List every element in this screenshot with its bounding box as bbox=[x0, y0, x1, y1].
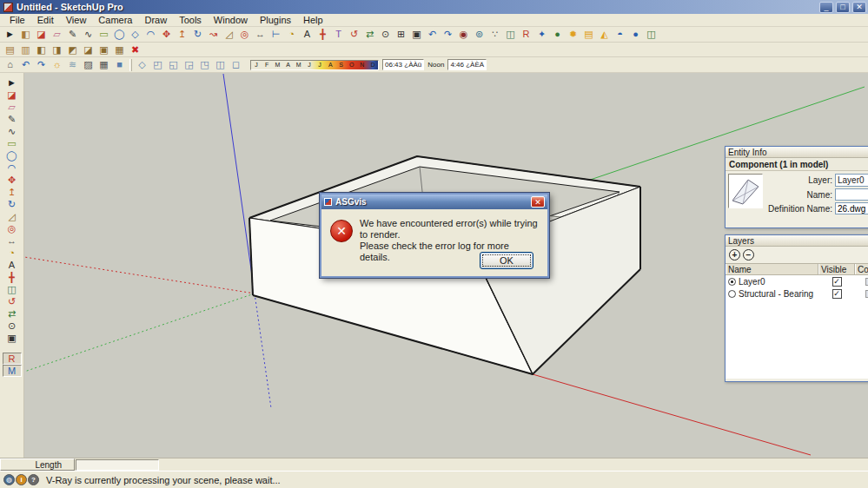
protractor-icon[interactable]: ◔ bbox=[284, 28, 299, 42]
axes-tool-icon[interactable]: ╋ bbox=[3, 271, 22, 283]
paint-bucket-icon[interactable]: ◪ bbox=[34, 28, 49, 42]
menu-item[interactable]: Help bbox=[297, 15, 329, 25]
vray-render-icon[interactable]: R bbox=[3, 353, 22, 365]
rectangle-tool-icon[interactable]: ▭ bbox=[3, 137, 22, 149]
vray-material-editor-icon[interactable]: ● bbox=[550, 28, 565, 42]
layer-visible-checkbox[interactable]: ✓ bbox=[832, 277, 842, 287]
protractor-icon[interactable]: ◔ bbox=[3, 247, 22, 259]
box-tool-icon[interactable]: ▣ bbox=[96, 43, 111, 56]
delete-selected-icon[interactable]: ✖ bbox=[128, 43, 142, 56]
vray-omni-light-icon[interactable]: ✹ bbox=[566, 28, 580, 42]
walk-tool-icon[interactable]: ∵ bbox=[487, 28, 502, 42]
dialog-close-button[interactable]: ✕ bbox=[531, 196, 545, 208]
column-visible[interactable]: Visible bbox=[818, 264, 855, 274]
menu-item[interactable]: View bbox=[60, 15, 93, 25]
rectangle-tool-icon[interactable]: ▭ bbox=[96, 28, 111, 42]
component-icon[interactable]: ◨ bbox=[50, 43, 64, 56]
freehand-tool-icon[interactable]: ∿ bbox=[3, 125, 22, 137]
tape-measure-icon[interactable]: ↔ bbox=[3, 234, 22, 247]
menu-item[interactable]: Window bbox=[208, 15, 254, 25]
minimize-button[interactable]: _ bbox=[819, 2, 833, 13]
rotate-tool-icon[interactable]: ↻ bbox=[190, 28, 205, 42]
bottom-view-icon[interactable]: ◻ bbox=[229, 58, 243, 72]
stack-icon[interactable]: ▦ bbox=[112, 43, 127, 56]
column-color[interactable]: Color bbox=[855, 264, 868, 274]
xray-mode-icon[interactable]: ▨ bbox=[81, 58, 96, 72]
geolocation-icon[interactable]: ◍ bbox=[3, 474, 15, 485]
layer-color-swatch[interactable] bbox=[865, 290, 868, 298]
vray-options-icon[interactable]: ✦ bbox=[534, 28, 549, 42]
circle-tool-icon[interactable]: ◯ bbox=[3, 149, 22, 162]
freehand-tool-icon[interactable]: ∿ bbox=[81, 28, 96, 42]
shaded-mode-icon[interactable]: ■ bbox=[112, 58, 127, 72]
zoom-extents-icon[interactable]: ▣ bbox=[409, 28, 424, 42]
name-input[interactable] bbox=[835, 188, 868, 201]
left-view-icon[interactable]: ◫ bbox=[213, 58, 228, 72]
layer-select[interactable]: Layer0 ▼ bbox=[835, 174, 868, 187]
top-view-icon[interactable]: ◰ bbox=[150, 58, 165, 72]
column-name[interactable]: Name bbox=[726, 264, 818, 274]
layer-row[interactable]: Layer0 ✓ bbox=[726, 275, 868, 287]
menu-item[interactable]: Plugins bbox=[254, 15, 297, 25]
push-pull-tool-icon[interactable]: ↥ bbox=[175, 28, 189, 42]
scale-tool-icon[interactable]: ◿ bbox=[222, 28, 236, 42]
entity-info-header[interactable]: Entity Info bbox=[726, 147, 868, 158]
menu-item[interactable]: Tools bbox=[173, 15, 208, 25]
arc-tool-icon[interactable]: ◠ bbox=[3, 162, 22, 174]
select-tool-icon[interactable]: ► bbox=[3, 28, 17, 42]
sunset-time-field[interactable]: 4:46 ¿ÀÈÄ bbox=[447, 59, 487, 70]
vray-material-editor-icon[interactable]: M bbox=[3, 365, 22, 377]
group-icon[interactable]: ◧ bbox=[34, 43, 49, 56]
zoom-extents-icon[interactable]: ▣ bbox=[3, 332, 22, 344]
remove-layer-button[interactable]: − bbox=[743, 249, 754, 260]
section-plane-icon[interactable]: ◫ bbox=[503, 28, 518, 42]
menu-item[interactable]: Edit bbox=[31, 15, 60, 25]
line-tool-icon[interactable]: ✎ bbox=[3, 113, 22, 125]
layer-color-swatch[interactable] bbox=[865, 278, 868, 286]
maximize-button[interactable]: □ bbox=[836, 2, 850, 13]
3d-text-icon[interactable]: T bbox=[331, 28, 346, 42]
vray-spot-light-icon[interactable]: ◭ bbox=[597, 28, 612, 42]
arc-tool-icon[interactable]: ◠ bbox=[143, 28, 158, 42]
paint-bucket-icon[interactable]: ◪ bbox=[3, 89, 22, 101]
select-tool-icon[interactable]: ► bbox=[3, 76, 22, 89]
credits-icon[interactable]: i bbox=[16, 474, 27, 485]
iso-view-icon[interactable]: ◇ bbox=[135, 58, 149, 72]
front-view-icon[interactable]: ◱ bbox=[166, 58, 181, 72]
layers-header[interactable]: Layers bbox=[726, 235, 868, 247]
home-view-icon[interactable]: ⌂ bbox=[3, 58, 17, 72]
tape-measure-icon[interactable]: ↔ bbox=[253, 28, 268, 42]
eraser-icon[interactable]: ▱ bbox=[50, 28, 64, 42]
make-component-icon[interactable]: ◧ bbox=[18, 28, 33, 42]
right-view-icon[interactable]: ◲ bbox=[182, 58, 196, 72]
close-button[interactable]: ✕ bbox=[852, 2, 866, 13]
dialog-title-bar[interactable]: ASGvis ✕ bbox=[321, 195, 547, 209]
section-plane-icon[interactable]: ◫ bbox=[3, 283, 22, 295]
definition-name-input[interactable] bbox=[835, 202, 868, 214]
orbit-tool-icon[interactable]: ↺ bbox=[347, 28, 361, 42]
look-around-icon[interactable]: ⊚ bbox=[472, 28, 487, 42]
next-view-icon[interactable]: ↷ bbox=[441, 28, 455, 42]
back-view-icon[interactable]: ◳ bbox=[197, 58, 212, 72]
scale-tool-icon[interactable]: ◿ bbox=[3, 210, 22, 222]
text-tool-icon[interactable]: A bbox=[300, 28, 315, 42]
outer-shell-icon[interactable]: ◩ bbox=[65, 43, 80, 56]
layer-visible-checkbox[interactable]: ✓ bbox=[832, 289, 842, 299]
shadow-date-slider[interactable]: J F M A M J J A S O N D bbox=[250, 60, 379, 70]
ok-button[interactable]: OK bbox=[480, 252, 533, 269]
zoom-window-icon[interactable]: ⊞ bbox=[394, 28, 408, 42]
text-tool-icon[interactable]: A bbox=[3, 259, 22, 271]
sunrise-time-field[interactable]: 06:43 ¿ÀÀü bbox=[382, 59, 424, 70]
shadows-toggle-icon[interactable]: ☼ bbox=[50, 58, 64, 72]
menu-item[interactable]: File bbox=[3, 15, 31, 25]
fog-toggle-icon[interactable]: ≋ bbox=[65, 58, 80, 72]
wireframe-mode-icon[interactable]: ▦ bbox=[96, 58, 111, 72]
previous-view-icon[interactable]: ↶ bbox=[425, 28, 440, 42]
layer-row[interactable]: Structural - Bearing ✓ bbox=[726, 287, 868, 300]
pan-tool-icon[interactable]: ⇄ bbox=[362, 28, 377, 42]
active-layer-radio[interactable] bbox=[728, 278, 736, 286]
line-tool-icon[interactable]: ✎ bbox=[65, 28, 80, 42]
vray-render-icon[interactable]: R bbox=[519, 28, 533, 42]
camera-undo-icon[interactable]: ↶ bbox=[18, 58, 33, 72]
vray-rect-light-icon[interactable]: ▤ bbox=[581, 28, 596, 42]
